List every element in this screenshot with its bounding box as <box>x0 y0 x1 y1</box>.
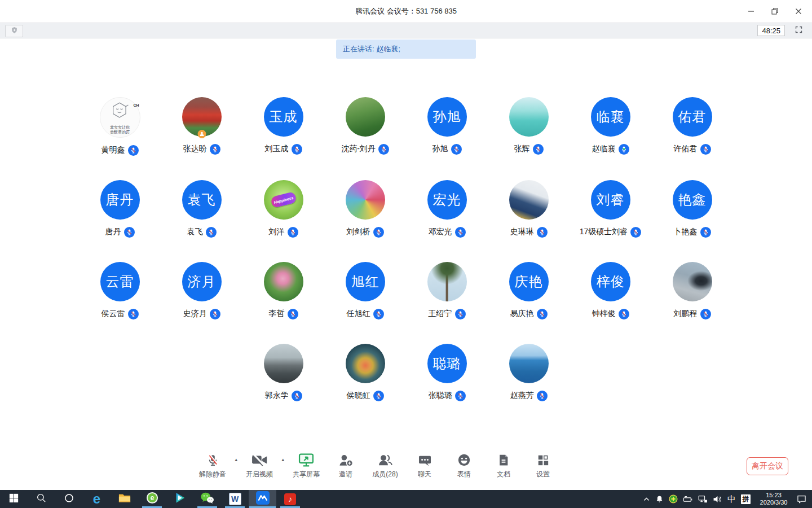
participant-tile[interactable]: Happiness刘洋 <box>242 180 324 238</box>
taskbar-netease-music[interactable]: ♪ <box>276 490 304 508</box>
taskbar-edge-browser[interactable]: e <box>83 490 111 508</box>
avatar-initials: 庆艳 <box>509 262 549 301</box>
toolbar-button-camera-off[interactable]: 开启视频▴ <box>240 452 286 479</box>
fullscreen-button[interactable] <box>793 25 804 36</box>
mic-muted-icon[interactable] <box>373 309 384 319</box>
participant-tile[interactable]: 赵燕芳 <box>488 344 570 401</box>
toolbar-button-doc[interactable]: 文档 <box>484 452 523 479</box>
participant-tile[interactable]: 梓俊钟梓俊 <box>570 262 651 319</box>
taskbar-word[interactable]: W <box>221 490 249 508</box>
mic-muted-icon[interactable] <box>292 391 302 401</box>
network-icon[interactable] <box>698 495 708 503</box>
toolbar-button-members[interactable]: 成员(28) <box>365 452 405 479</box>
mic-muted-icon[interactable] <box>128 145 139 156</box>
mic-muted-icon[interactable] <box>537 227 548 238</box>
participant-tile[interactable]: 云雷侯云雷 <box>79 262 161 319</box>
toolbar-button-chat[interactable]: 聊天 <box>405 452 444 479</box>
participant-tile[interactable]: 旭红任旭红 <box>324 262 406 319</box>
participant-tile[interactable]: 孙旭孙旭 <box>406 97 488 156</box>
participant-tile[interactable]: 侯晓虹 <box>324 344 406 401</box>
participant-tile[interactable]: 郭永学 <box>242 344 324 401</box>
security-shield-button[interactable] <box>5 25 23 37</box>
participant-tile[interactable]: 史琳琳 <box>488 180 570 238</box>
taskbar-wechat[interactable] <box>193 490 221 508</box>
participant-tile[interactable]: 聪璐张聪璐 <box>406 344 488 401</box>
participant-tile[interactable]: 宏光邓宏光 <box>406 180 488 238</box>
toolbar-button-emoji[interactable]: 表情 <box>444 452 484 479</box>
participant-tile[interactable]: 艳鑫卜艳鑫 <box>651 180 733 238</box>
taskbar-tencent-video[interactable] <box>166 490 193 508</box>
mic-muted-icon[interactable] <box>533 144 544 155</box>
mic-muted-icon[interactable] <box>455 227 466 238</box>
taskbar-clock[interactable]: 15:23 2020/3/30 <box>756 492 792 506</box>
restore-button[interactable] <box>769 6 780 17</box>
taskbar-cortana[interactable] <box>55 490 83 508</box>
mic-active-icon[interactable] <box>619 144 629 155</box>
participant-tile[interactable]: 唐丹唐丹 <box>79 180 161 238</box>
toolbar-button-screen-share[interactable]: 共享屏幕 <box>286 452 326 479</box>
participant-tile[interactable]: CH苯宝宝让你尝醛基的厉黄明鑫 <box>79 97 161 156</box>
caret-up-icon[interactable]: ▴ <box>281 457 284 462</box>
participant-tile[interactable]: 刘剑桥 <box>324 180 406 238</box>
caret-up-icon[interactable]: ▴ <box>235 457 237 462</box>
participant-tile[interactable]: 沈药-刘丹 <box>324 97 406 156</box>
participant-tile[interactable]: 张辉 <box>488 97 570 156</box>
participant-name-row: 史琳琳 <box>510 226 548 238</box>
close-button[interactable] <box>793 6 804 17</box>
participant-tile[interactable]: 刘鹏程 <box>651 262 733 319</box>
participant-tile[interactable]: 济月史济月 <box>161 262 242 319</box>
avatar-initials: 佑君 <box>673 97 712 137</box>
notification-bell-icon[interactable] <box>655 495 664 503</box>
mic-muted-icon[interactable] <box>700 144 711 155</box>
mic-muted-icon[interactable] <box>210 309 220 319</box>
taskbar-taskbar-search[interactable] <box>28 490 55 508</box>
taskbar-start-button[interactable] <box>0 490 28 508</box>
toolbar-button-settings[interactable]: 设置 <box>523 452 563 479</box>
mic-muted-icon[interactable] <box>451 144 462 155</box>
participant-tile[interactable]: 庆艳易庆艳 <box>488 262 570 319</box>
participant-tile[interactable]: 张达盼 <box>161 97 242 156</box>
taskbar-file-explorer[interactable] <box>111 490 138 508</box>
mic-muted-icon[interactable] <box>455 391 466 401</box>
participant-tile[interactable]: 玉成刘玉成 <box>242 97 324 156</box>
mic-muted-icon[interactable] <box>537 391 548 401</box>
mic-muted-icon[interactable] <box>700 309 711 319</box>
action-center-icon[interactable] <box>797 494 806 503</box>
toolbar-button-mic-off[interactable]: 解除静音▴ <box>193 452 240 479</box>
mic-muted-icon[interactable] <box>537 309 548 319</box>
mic-muted-icon[interactable] <box>124 227 135 238</box>
participant-tile[interactable]: 临襄赵临襄 <box>570 97 651 156</box>
mic-muted-icon[interactable] <box>288 227 298 238</box>
mic-muted-icon[interactable] <box>630 227 641 238</box>
toolbar-button-invite[interactable]: 邀请 <box>326 452 365 479</box>
mic-muted-icon[interactable] <box>373 227 384 238</box>
minimize-button[interactable] <box>745 6 757 17</box>
mic-muted-icon[interactable] <box>206 227 217 238</box>
mic-muted-icon[interactable] <box>619 309 629 319</box>
taskbar-browser-360[interactable]: e <box>138 490 166 508</box>
mic-muted-icon[interactable] <box>288 309 298 319</box>
taskbar-tencent-meeting[interactable] <box>249 490 276 508</box>
ime-mode-indicator[interactable]: 拼 <box>741 494 751 504</box>
participant-tile[interactable]: 佑君许佑君 <box>651 97 733 156</box>
mic-muted-icon[interactable] <box>128 309 139 319</box>
participant-tile[interactable]: 王绍宁 <box>406 262 488 319</box>
participant-name-row: 沈药-刘丹 <box>341 143 389 155</box>
participant-tile[interactable]: 刘睿17级硕士刘睿 <box>570 180 651 238</box>
ime-language-indicator[interactable]: 中 <box>727 494 736 505</box>
leave-meeting-button[interactable]: 离开会议 <box>747 457 788 475</box>
participant-name-row: 刘玉成 <box>265 143 302 155</box>
participant-name-row: 侯晓虹 <box>347 390 384 401</box>
participant-tile[interactable]: 李哲 <box>242 262 324 319</box>
mic-muted-icon[interactable] <box>210 144 220 155</box>
mic-muted-icon[interactable] <box>292 144 302 155</box>
mic-muted-icon[interactable] <box>373 391 384 401</box>
participant-tile[interactable]: 袁飞袁飞 <box>161 180 242 238</box>
antivirus-360-icon[interactable] <box>669 494 678 503</box>
tray-chevron-icon[interactable] <box>643 496 650 503</box>
mic-muted-icon[interactable] <box>700 227 711 238</box>
mic-muted-icon[interactable] <box>378 144 389 155</box>
mic-muted-icon[interactable] <box>455 309 466 319</box>
volume-icon[interactable] <box>713 495 722 503</box>
battery-icon[interactable] <box>683 496 693 503</box>
